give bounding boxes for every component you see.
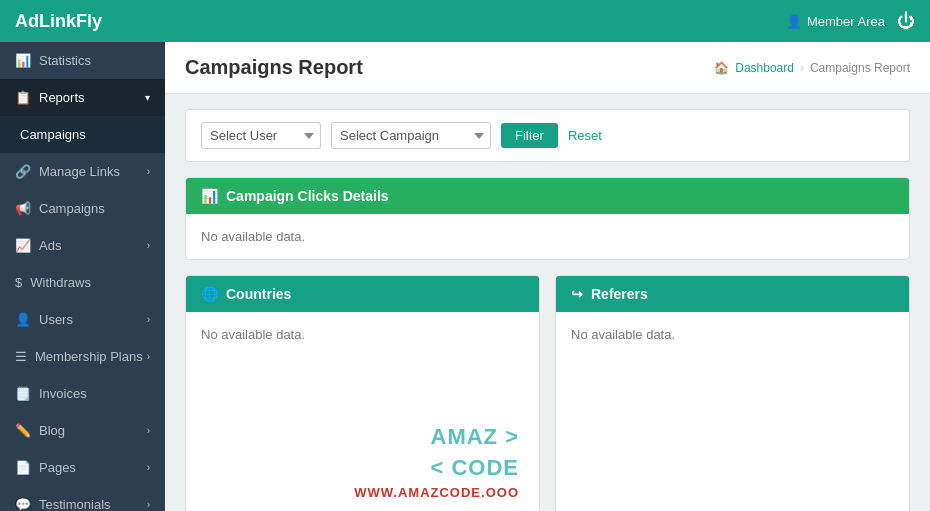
users-icon: 👤 (15, 312, 31, 327)
bar-chart-icon: 📊 (201, 188, 218, 204)
sidebar-item-manage-links[interactable]: 🔗 Manage Links › (0, 153, 165, 190)
share-icon: ↪ (571, 286, 583, 302)
breadcrumb-parent[interactable]: Dashboard (735, 61, 794, 75)
sidebar-item-membership-plans[interactable]: ☰ Membership Plans › (0, 338, 165, 375)
chevron-down-icon: ▾ (145, 92, 150, 103)
page-title: Campaigns Report (185, 56, 363, 79)
page-header: Campaigns Report 🏠 Dashboard › Campaigns… (165, 42, 930, 94)
sidebar-item-users[interactable]: 👤 Users › (0, 301, 165, 338)
member-area[interactable]: 👤 Member Area (786, 14, 885, 29)
topbar-left: AdLinkFly (15, 11, 102, 32)
sidebar: 📊 Statistics 📋 Reports ▾ Campaigns 🔗 Man… (0, 42, 165, 511)
breadcrumb: 🏠 Dashboard › Campaigns Report (714, 61, 910, 75)
dashboard-icon: 🏠 (714, 61, 729, 75)
referers-card: ↪ Referers No available data. (555, 275, 910, 511)
chevron-right-icon-blog: › (147, 425, 150, 436)
campaign-clicks-card: 📊 Campaign Clicks Details No available d… (185, 177, 910, 260)
campaign-clicks-header: 📊 Campaign Clicks Details (186, 178, 909, 214)
chevron-right-icon: › (147, 166, 150, 177)
two-col-section: 🌐 Countries No available data. AMAZ > < … (185, 275, 910, 511)
sidebar-item-reports[interactable]: 📋 Reports ▾ (0, 79, 165, 116)
chevron-right-icon-ads: › (147, 240, 150, 251)
referers-header: ↪ Referers (556, 276, 909, 312)
power-icon[interactable]: ⏻ (897, 11, 915, 32)
select-user-dropdown[interactable]: Select User (201, 122, 321, 149)
chevron-right-icon-membership: › (147, 351, 150, 362)
filter-bar: Select User Select Campaign Filter Reset (185, 109, 910, 162)
layout: 📊 Statistics 📋 Reports ▾ Campaigns 🔗 Man… (0, 42, 930, 511)
breadcrumb-current: Campaigns Report (810, 61, 910, 75)
breadcrumb-separator: › (800, 61, 804, 75)
ads-icon: 📈 (15, 238, 31, 253)
chevron-right-icon-users: › (147, 314, 150, 325)
sidebar-item-ads[interactable]: 📈 Ads › (0, 227, 165, 264)
filter-button[interactable]: Filter (501, 123, 558, 148)
countries-header: 🌐 Countries (186, 276, 539, 312)
reset-button[interactable]: Reset (568, 128, 602, 143)
campaign-clicks-body: No available data. (186, 214, 909, 259)
content-area: Select User Select Campaign Filter Reset… (165, 94, 930, 511)
statistics-icon: 📊 (15, 53, 31, 68)
reports-icon: 📋 (15, 90, 31, 105)
countries-body: No available data. AMAZ > < CODE WWW.AMA… (186, 312, 539, 511)
campaigns-icon: 📢 (15, 201, 31, 216)
chevron-right-icon-pages: › (147, 462, 150, 473)
referers-body: No available data. (556, 312, 909, 357)
link-icon: 🔗 (15, 164, 31, 179)
sidebar-item-withdraws[interactable]: $ Withdraws (0, 264, 165, 301)
testimonials-icon: 💬 (15, 497, 31, 511)
watermark: AMAZ > < CODE WWW.AMAZCODE.OOO (354, 422, 519, 502)
user-icon: 👤 (786, 14, 802, 29)
sidebar-item-testimonials[interactable]: 💬 Testimonials › (0, 486, 165, 511)
sidebar-item-campaigns[interactable]: 📢 Campaigns (0, 190, 165, 227)
countries-card: 🌐 Countries No available data. AMAZ > < … (185, 275, 540, 511)
globe-icon: 🌐 (201, 286, 218, 302)
blog-icon: ✏️ (15, 423, 31, 438)
chevron-right-icon-testimonials: › (147, 499, 150, 510)
sidebar-item-blog[interactable]: ✏️ Blog › (0, 412, 165, 449)
logo: AdLinkFly (15, 11, 102, 32)
sidebar-item-statistics[interactable]: 📊 Statistics (0, 42, 165, 79)
sidebar-item-pages[interactable]: 📄 Pages › (0, 449, 165, 486)
topbar-right: 👤 Member Area ⏻ (786, 11, 915, 32)
main-content: Campaigns Report 🏠 Dashboard › Campaigns… (165, 42, 930, 511)
topbar: AdLinkFly 👤 Member Area ⏻ (0, 0, 930, 42)
sidebar-item-campaigns-sub[interactable]: Campaigns (0, 116, 165, 153)
sidebar-item-invoices[interactable]: 🗒️ Invoices (0, 375, 165, 412)
dollar-icon: $ (15, 275, 22, 290)
select-campaign-dropdown[interactable]: Select Campaign (331, 122, 491, 149)
membership-icon: ☰ (15, 349, 27, 364)
pages-icon: 📄 (15, 460, 31, 475)
invoices-icon: 🗒️ (15, 386, 31, 401)
